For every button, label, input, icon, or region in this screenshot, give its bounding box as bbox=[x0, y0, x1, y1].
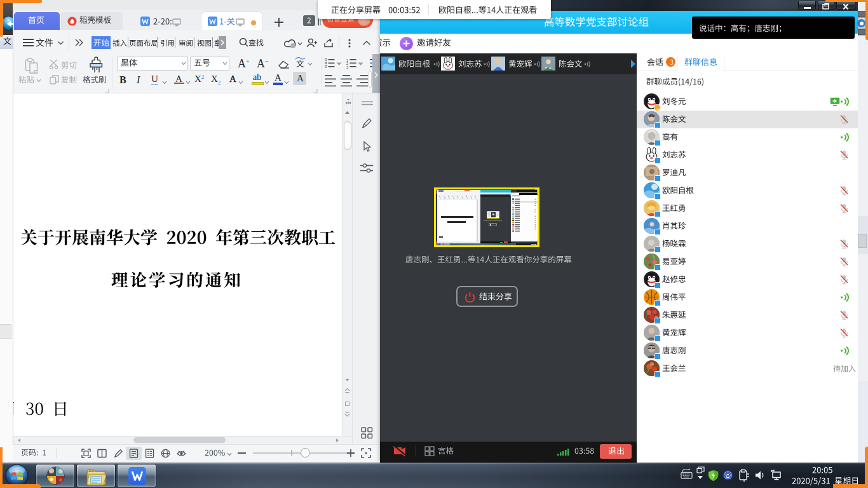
svg-text:3: 3 bbox=[346, 65, 348, 69]
